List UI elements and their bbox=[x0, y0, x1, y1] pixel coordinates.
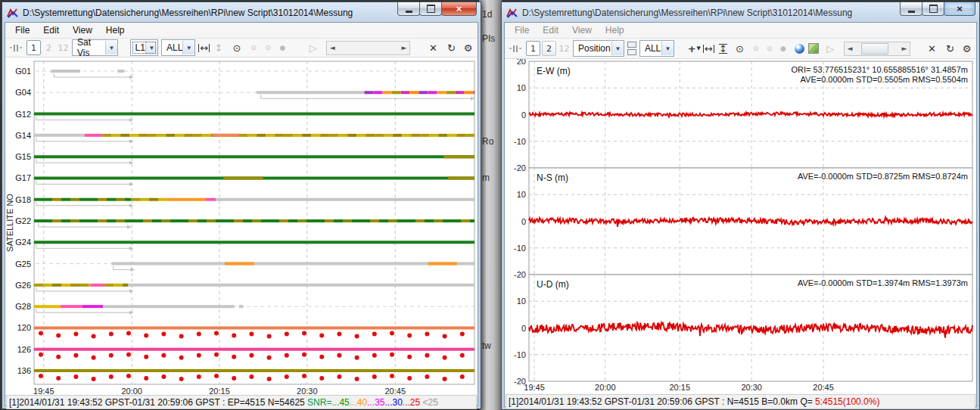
svg-text:19:45: 19:45 bbox=[524, 383, 545, 392]
show-marker-button[interactable]: ● bbox=[277, 41, 288, 54]
rtkplot-satvis-window: D:\Systemrettung\Datensicherung\Messreih… bbox=[2, 2, 481, 409]
panel-layout-button[interactable] bbox=[627, 41, 636, 56]
time-scrollbar[interactable]: ◄ ► bbox=[326, 41, 410, 55]
menu-edit[interactable]: Edit bbox=[536, 25, 565, 36]
svg-text:10: 10 bbox=[517, 190, 526, 199]
plot-type-select[interactable]: Sat Vis▼ bbox=[72, 39, 118, 56]
fit-horizontal-button[interactable]: ↔ bbox=[198, 41, 210, 54]
satvis-plot-area[interactable]: 19:4520:0020:1520:3020:45SATELLITE NOG01… bbox=[5, 57, 478, 395]
svg-text:20:00: 20:00 bbox=[121, 387, 142, 395]
menu-file[interactable]: File bbox=[508, 25, 536, 36]
svg-text:G24: G24 bbox=[15, 238, 31, 247]
scroll-right-icon[interactable]: ► bbox=[399, 44, 409, 51]
svg-text:0: 0 bbox=[521, 217, 526, 226]
map-view-button[interactable] bbox=[807, 42, 820, 55]
svg-text:SATELLITE NO: SATELLITE NO bbox=[5, 194, 14, 252]
scrollbar-track[interactable] bbox=[855, 42, 899, 55]
menu-bar: File Edit View Help bbox=[5, 23, 478, 39]
view-1-button[interactable]: 1 bbox=[26, 40, 41, 55]
fix-horizontal-button[interactable]: ⊙ bbox=[248, 41, 259, 54]
toolbar: 1 2 12 Sat Vis▼ L1▼ ALL▼ ↔ ↕ ⊙ ⊙ ⊙ ● ▷ ◄… bbox=[5, 39, 478, 57]
plot-type-select[interactable]: Position▼ bbox=[573, 40, 624, 57]
status-bar: [1]2014/01/31 19:43:52 GPST-01/31 20:59:… bbox=[6, 395, 477, 409]
toolbar-grip[interactable] bbox=[9, 45, 23, 51]
svg-text:-20: -20 bbox=[514, 270, 526, 279]
fix-vertical-button[interactable]: ⊙ bbox=[263, 41, 273, 54]
options-button[interactable]: ⚙ bbox=[960, 42, 973, 55]
scrollbar-track[interactable] bbox=[338, 42, 399, 54]
svg-text:G28: G28 bbox=[15, 302, 31, 311]
svg-text:-10: -10 bbox=[514, 137, 526, 146]
maximize-button[interactable] bbox=[419, 2, 442, 16]
drag-mode-button[interactable]: +▼ bbox=[688, 42, 701, 55]
svg-text:ORI= 53.776515231° 10.6558855: ORI= 53.776515231° 10.655885516° 31.4857… bbox=[791, 65, 968, 74]
minimize-button[interactable] bbox=[397, 2, 420, 16]
view-2-button[interactable]: 2 bbox=[42, 41, 55, 54]
svg-text:G12: G12 bbox=[15, 110, 31, 119]
maximize-button[interactable] bbox=[922, 2, 944, 16]
view-1-button[interactable]: 1 bbox=[526, 41, 540, 56]
animate-button[interactable]: ▷ bbox=[306, 41, 319, 54]
svg-text:20:15: 20:15 bbox=[669, 383, 690, 392]
svg-text:G18: G18 bbox=[15, 195, 31, 204]
fit-vertical-button[interactable]: ↕ bbox=[212, 41, 225, 54]
svg-text:AVE=0.0000m STD=0.5505m RMS=0.: AVE=0.0000m STD=0.5505m RMS=0.5504m bbox=[801, 75, 968, 84]
time-scrollbar[interactable]: ◄ ► bbox=[844, 42, 910, 56]
clear-button[interactable]: ✕ bbox=[926, 42, 938, 55]
svg-text:0: 0 bbox=[521, 110, 526, 120]
menu-help[interactable]: Help bbox=[99, 25, 132, 36]
svg-text:G25: G25 bbox=[15, 259, 31, 269]
minimize-button[interactable] bbox=[900, 2, 922, 16]
center-origin-button[interactable]: ⊙ bbox=[230, 41, 243, 54]
clear-button[interactable]: ✕ bbox=[427, 41, 440, 54]
menu-view[interactable]: View bbox=[66, 25, 99, 36]
reload-button[interactable]: ↻ bbox=[445, 41, 458, 54]
menu-edit[interactable]: Edit bbox=[36, 25, 66, 36]
toolbar-grip[interactable] bbox=[509, 45, 522, 52]
options-button[interactable]: ⚙ bbox=[462, 41, 474, 54]
center-origin-button[interactable]: ⊙ bbox=[733, 42, 746, 55]
fit-vertical-icon: ↕ bbox=[719, 44, 727, 54]
google-earth-button[interactable] bbox=[793, 42, 806, 55]
scroll-left-icon[interactable]: ◄ bbox=[327, 44, 338, 51]
fix-horizontal-button[interactable]: ⊙ bbox=[751, 42, 761, 55]
satellite-filter-select[interactable]: ALL▼ bbox=[639, 40, 674, 57]
scrollbar-thumb[interactable] bbox=[861, 43, 888, 54]
chevron-down-icon: ▼ bbox=[661, 42, 674, 55]
titlebar[interactable]: D:\Systemrettung\Datensicherung\Messreih… bbox=[2, 2, 481, 22]
scroll-left-icon[interactable]: ◄ bbox=[845, 45, 855, 52]
svg-text:G17: G17 bbox=[15, 173, 31, 182]
fix-vertical-button[interactable]: ⊙ bbox=[764, 42, 775, 55]
animate-button[interactable]: ▷ bbox=[824, 42, 837, 55]
toolbar: 1 2 12 Position▼ ALL▼ +▼ ↔ ↕ ⊙ ⊙ ⊙ ● ▷ ◄ bbox=[505, 39, 976, 59]
menu-help[interactable]: Help bbox=[599, 25, 631, 36]
minimize-icon bbox=[406, 11, 412, 13]
fit-vertical-button[interactable]: ↕ bbox=[717, 42, 730, 55]
titlebar[interactable]: D:\Systemrettung\Datensicherung\Messreih… bbox=[502, 2, 979, 22]
fit-horizontal-button[interactable]: ↔ bbox=[702, 42, 715, 55]
svg-text:AVE=-0.0000m STD=1.3974m RMS=1: AVE=-0.0000m STD=1.3974m RMS=1.3973m bbox=[798, 278, 968, 287]
status-bar: [1]2014/01/31 19:43:52 GPST-01/31 20:59:… bbox=[506, 394, 975, 409]
menu-file[interactable]: File bbox=[8, 25, 36, 36]
status-range: [1]2014/01/31 19:43:52 GPST-01/31 20:59:… bbox=[9, 397, 307, 408]
fit-horizontal-icon: ↔ bbox=[198, 44, 210, 52]
close-button[interactable]: × bbox=[944, 2, 975, 16]
position-plot-area[interactable]: 20100-10-20E-W (m)ORI= 53.776515231° 10.… bbox=[505, 59, 976, 394]
menu-view[interactable]: View bbox=[565, 25, 599, 36]
satellite-filter-select[interactable]: ALL▼ bbox=[161, 39, 195, 56]
close-button[interactable]: × bbox=[441, 2, 477, 16]
frequency-select[interactable]: L1▼ bbox=[130, 39, 158, 56]
view-2-button[interactable]: 2 bbox=[542, 41, 556, 56]
svg-text:136: 136 bbox=[17, 366, 31, 375]
show-marker-button[interactable]: ● bbox=[778, 42, 789, 55]
desktop: 1dPIsRomtw D:\Systemrettung\Datensicheru… bbox=[0, 0, 980, 410]
svg-text:20:30: 20:30 bbox=[297, 387, 318, 395]
svg-text:-10: -10 bbox=[514, 350, 526, 359]
svg-text:19:45: 19:45 bbox=[33, 387, 54, 395]
view-12-button[interactable]: 12 bbox=[558, 42, 571, 55]
reload-button[interactable]: ↻ bbox=[944, 42, 957, 55]
svg-text:20:45: 20:45 bbox=[384, 387, 406, 395]
view-12-button[interactable]: 12 bbox=[57, 41, 70, 54]
scroll-right-icon[interactable]: ► bbox=[899, 45, 910, 52]
svg-text:G22: G22 bbox=[15, 216, 31, 225]
